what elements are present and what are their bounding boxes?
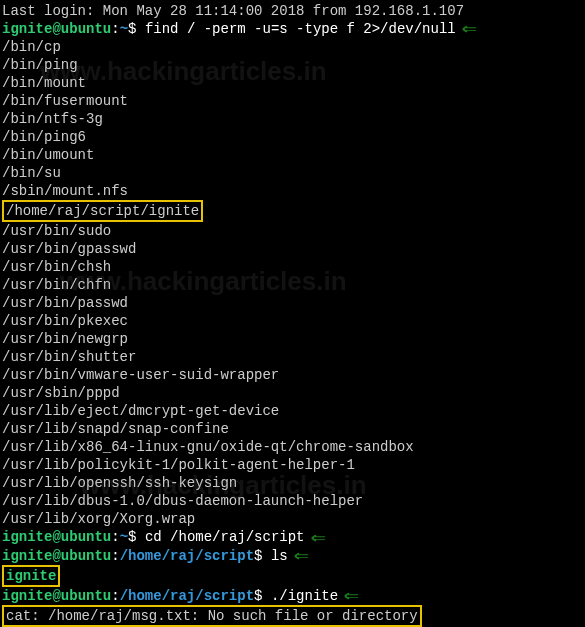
highlighted-path: /home/raj/script/ignite [2, 200, 203, 222]
find-output-line: /usr/bin/newgrp [2, 330, 583, 348]
ls-item-ignite: ignite [2, 565, 60, 587]
prompt-at: @ [52, 588, 60, 604]
prompt-host: ubuntu [61, 588, 111, 604]
find-output-line: /bin/umount [2, 146, 583, 164]
find-output-line: /usr/bin/sudo [2, 222, 583, 240]
cat-error-text: cat: /home/raj/msg.txt: No such file or … [2, 605, 422, 627]
prompt-at: @ [52, 21, 60, 37]
find-output-line: /bin/mount [2, 74, 583, 92]
prompt-colon: : [111, 588, 119, 604]
arrow-icon: ⇐ [462, 20, 477, 38]
command-run-ignite: ./ignite [271, 588, 338, 604]
prompt-colon: : [111, 548, 119, 564]
prompt-colon: : [111, 21, 119, 37]
prompt-at: @ [52, 529, 60, 545]
find-output-line: /usr/lib/policykit-1/polkit-agent-helper… [2, 456, 583, 474]
prompt-path: /home/raj/script [120, 588, 254, 604]
prompt-colon: : [111, 529, 119, 545]
prompt-line-1: ignite@ubuntu:~$ find / -perm -u=s -type… [2, 20, 583, 38]
prompt-host: ubuntu [61, 21, 111, 37]
last-login-line: Last login: Mon May 28 11:14:00 2018 fro… [2, 2, 583, 20]
terminal[interactable]: Last login: Mon May 28 11:14:00 2018 fro… [2, 2, 583, 627]
command-find: find / -perm -u=s -type f 2>/dev/null [145, 21, 456, 37]
prompt-dollar: $ [128, 529, 136, 545]
prompt-at: @ [52, 548, 60, 564]
find-output-line: /usr/bin/gpasswd [2, 240, 583, 258]
find-output-line: /usr/bin/passwd [2, 294, 583, 312]
prompt-path: ~ [120, 21, 128, 37]
find-output-line: /usr/lib/openssh/ssh-keysign [2, 474, 583, 492]
prompt-path: /home/raj/script [120, 548, 254, 564]
prompt-host: ubuntu [61, 548, 111, 564]
prompt-line-3: ignite@ubuntu:/home/raj/script$ ls⇐ [2, 547, 583, 565]
arrow-icon: ⇐ [294, 547, 309, 565]
find-output-line: /usr/lib/x86_64-linux-gnu/oxide-qt/chrom… [2, 438, 583, 456]
find-output-line: /usr/bin/shutter [2, 348, 583, 366]
find-output-line: /usr/sbin/pppd [2, 384, 583, 402]
find-output-line: /usr/bin/chsh [2, 258, 583, 276]
find-output-line: /bin/fusermount [2, 92, 583, 110]
prompt-line-2: ignite@ubuntu:~$ cd /home/raj/script⇐ [2, 528, 583, 546]
prompt-line-4: ignite@ubuntu:/home/raj/script$ ./ignite… [2, 587, 583, 605]
prompt-dollar: $ [254, 548, 262, 564]
find-output-line: /sbin/mount.nfs [2, 182, 583, 200]
find-output-line: /usr/bin/pkexec [2, 312, 583, 330]
prompt-user: ignite [2, 588, 52, 604]
find-output-line: /bin/ping6 [2, 128, 583, 146]
prompt-dollar: $ [128, 21, 136, 37]
find-output-line: /bin/ntfs-3g [2, 110, 583, 128]
prompt-user: ignite [2, 548, 52, 564]
arrow-icon: ⇐ [310, 529, 325, 547]
find-output-line: /usr/bin/vmware-user-suid-wrapper [2, 366, 583, 384]
find-output-line: /usr/bin/chfn [2, 276, 583, 294]
ls-output: ignite [2, 565, 583, 587]
find-output-line: /usr/lib/snapd/snap-confine [2, 420, 583, 438]
find-output-line: /bin/cp [2, 38, 583, 56]
find-output-list: /bin/cp/bin/ping/bin/mount/bin/fusermoun… [2, 38, 583, 528]
find-output-line: /usr/lib/dbus-1.0/dbus-daemon-launch-hel… [2, 492, 583, 510]
find-output-line: /home/raj/script/ignite [2, 200, 583, 222]
command-ls: ls [271, 548, 288, 564]
arrow-icon: ⇐ [344, 587, 359, 605]
prompt-user: ignite [2, 529, 52, 545]
find-output-line: /bin/ping [2, 56, 583, 74]
prompt-user: ignite [2, 21, 52, 37]
find-output-line: /usr/lib/xorg/Xorg.wrap [2, 510, 583, 528]
prompt-host: ubuntu [61, 529, 111, 545]
find-output-line: /usr/lib/eject/dmcrypt-get-device [2, 402, 583, 420]
prompt-dollar: $ [254, 588, 262, 604]
command-cd: cd /home/raj/script [145, 529, 305, 545]
cat-error-line: cat: /home/raj/msg.txt: No such file or … [2, 605, 583, 627]
find-output-line: /bin/su [2, 164, 583, 182]
prompt-path: ~ [120, 529, 128, 545]
